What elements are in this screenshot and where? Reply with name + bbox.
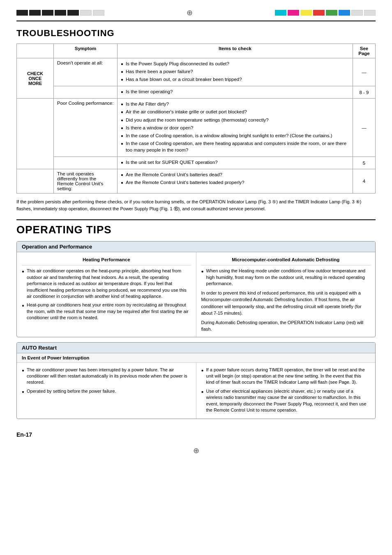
auto-restart-subheader: In Event of Power Interruption: [17, 353, 375, 363]
items-cell: Is the Power Supply Plug disconnected it…: [118, 58, 353, 86]
page-footer: En-17: [16, 431, 376, 438]
bullet-item: Has there been a power failure?: [121, 68, 349, 75]
heating-performance-subheader: Heating Performance: [22, 256, 191, 265]
heating-performance-col: Heating Performance This air conditioner…: [17, 252, 196, 336]
bullet-item: Is the timer operating?: [121, 88, 349, 95]
auto-restart-header: AUTO Restart: [17, 343, 375, 353]
top-bar: ⊕: [16, 8, 376, 17]
table-row: The unit operates differently from the R…: [17, 169, 376, 193]
table-row: CHECK ONCEMORE Doesn't operate at all: I…: [17, 58, 376, 86]
footnote-text: If the problem persists after performing…: [16, 198, 376, 212]
bullet-item: Are the Remote Control Unit's batteries …: [121, 171, 349, 178]
bullet-item: Is the Air Filter dirty?: [121, 101, 349, 107]
bar-block: [288, 10, 299, 16]
symptom-cell: [54, 157, 118, 169]
table-header-page: See Page: [353, 44, 376, 58]
items-cell: Are the Remote Control Unit's batteries …: [118, 169, 353, 193]
bullet-item: If a power failure occurs during TIMER o…: [201, 367, 371, 386]
bar-block: [339, 10, 350, 16]
bar-block: [29, 10, 41, 16]
symptom-cell: The unit operates differently from the R…: [54, 169, 118, 193]
operation-performance-header: Operation and Performance: [17, 242, 375, 252]
defrosting-subheader: Microcomputer-controlled Automatic Defro…: [201, 256, 371, 265]
page-number: En-17: [16, 431, 32, 438]
bar-block: [300, 10, 312, 16]
bar-block: [16, 10, 28, 16]
items-cell: Is the unit set for SUPER QUIET operatio…: [118, 157, 353, 169]
bottom-crosshair-icon: ⊕: [193, 446, 199, 455]
defrosting-col: Microcomputer-controlled Automatic Defro…: [196, 252, 376, 336]
table-row: Is the unit set for SUPER QUIET operatio…: [17, 157, 376, 169]
section-divider: [16, 219, 376, 220]
items-cell: Is the Air Filter dirty? Air the air con…: [118, 99, 353, 157]
power-interruption-right: If a power failure occurs during TIMER o…: [196, 363, 376, 419]
page-ref: —: [353, 99, 376, 157]
troubleshooting-title: TROUBLESHOOTING: [16, 28, 376, 39]
check-cell-empty: [17, 169, 54, 193]
bar-block: [326, 10, 337, 16]
operation-performance-body: Heating Performance This air conditioner…: [17, 252, 375, 336]
bar-block: [67, 10, 79, 16]
auto-restart-body: The air conditioner power has been inter…: [17, 363, 375, 419]
page-ref: 4: [353, 169, 376, 193]
bullet-item: In the case of Cooling operation, are th…: [121, 140, 349, 153]
bullet-item: This air conditioner operates on the hea…: [22, 268, 191, 299]
bullet-item: Air the air conditioner's intake grille …: [121, 108, 349, 115]
bullet-item: When using the Heating mode under condit…: [201, 268, 371, 287]
bullet-item: Is the Power Supply Plug disconnected it…: [121, 60, 349, 67]
operating-tips-title: OPERATING TIPS: [16, 223, 376, 236]
bullet-item: Heat-pump air conditioners heat your ent…: [22, 302, 191, 321]
bullet-item: The air conditioner power has been inter…: [22, 367, 191, 386]
check-once-more-label: CHECK ONCEMORE: [17, 58, 54, 99]
power-interruption-left: The air conditioner power has been inter…: [17, 363, 196, 419]
check-cell-empty: [17, 99, 54, 169]
bar-block: [364, 10, 376, 16]
bullet-item: In the case of Cooling operation, is a w…: [121, 132, 349, 139]
symptom-cell: Doesn't operate at all:: [54, 58, 118, 86]
bullet-item: Are the Remote Control Unit's batteries …: [121, 179, 349, 186]
bar-block: [313, 10, 325, 16]
symptom-cell: Poor Cooling performance:: [54, 99, 118, 157]
bullet-item: Did you adjust the room temperature sett…: [121, 117, 349, 123]
top-divider: [16, 21, 376, 21]
bar-block: [275, 10, 286, 16]
page-ref: 8 - 9: [353, 86, 376, 99]
defrosting-para2: During Automatic Defrosting operation, t…: [201, 319, 371, 333]
top-bar-left: [16, 10, 104, 16]
items-cell: Is the timer operating?: [118, 86, 353, 99]
bottom-bar: ⊕: [16, 446, 376, 455]
bar-block: [351, 10, 363, 16]
table-header-check: [17, 44, 54, 58]
operation-performance-box: Operation and Performance Heating Perfor…: [16, 241, 376, 337]
bar-block: [80, 10, 92, 16]
crosshair-icon: ⊕: [187, 8, 193, 17]
bar-block: [42, 10, 53, 16]
top-bar-right: [275, 10, 376, 16]
table-row: Is the timer operating? 8 - 9: [17, 86, 376, 99]
bullet-item: Is there a window or door open?: [121, 124, 349, 131]
bullet-item: Operated by setting before the power fai…: [22, 388, 191, 395]
troubleshooting-table: Symptom Items to check See Page CHECK ON…: [16, 44, 376, 193]
table-row: Poor Cooling performance: Is the Air Fil…: [17, 99, 376, 157]
symptom-cell: [54, 86, 118, 99]
bar-block: [93, 10, 104, 16]
bullet-item: Is the unit set for SUPER QUIET operatio…: [121, 159, 349, 166]
page-ref: 5: [353, 157, 376, 169]
page-ref: —: [353, 58, 376, 86]
auto-restart-box: AUTO Restart In Event of Power Interrupt…: [16, 342, 376, 419]
defrosting-para1: In order to prevent this kind of reduced…: [201, 290, 371, 317]
table-header-symptom: Symptom: [54, 44, 118, 58]
bullet-item: Use of other electrical appliances (elec…: [201, 388, 371, 414]
bar-block: [55, 10, 66, 16]
table-header-items: Items to check: [118, 44, 353, 58]
bullet-item: Has a fuse blown out, or a circuit break…: [121, 76, 349, 83]
